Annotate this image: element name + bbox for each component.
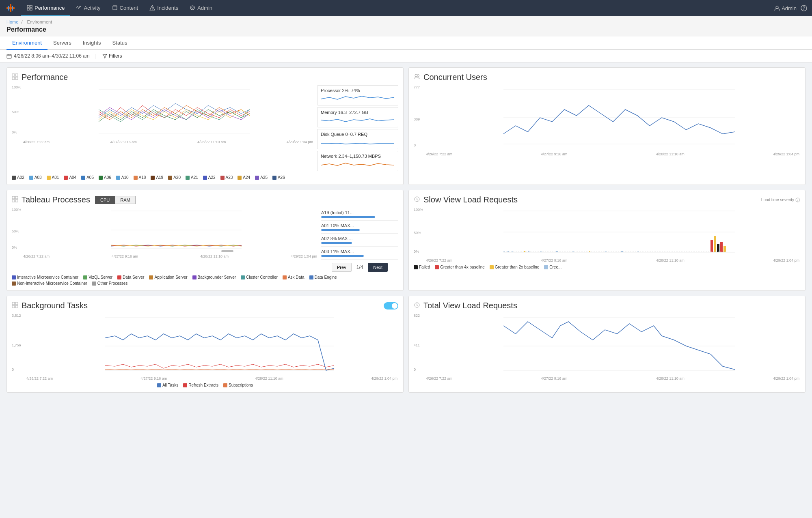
row-2: Tableau Processes CPU RAM 100% 50% 0% (6, 190, 806, 291)
page-title: Performance (0, 25, 812, 37)
performance-card-icon (12, 73, 18, 82)
total-view-chart-wrap: 822 411 0 4/26/22 7:22 am 4/27/22 9:16 a… (414, 314, 800, 380)
slow-view-legend: Failed Greater than 4x baseline Greater … (414, 265, 800, 269)
svg-rect-63 (717, 244, 719, 252)
svg-text:i: i (797, 198, 798, 202)
total-view-title: Total View Load Requests (414, 301, 800, 310)
process-item-0[interactable]: A19 (Initial) 11... (321, 208, 398, 221)
calendar-icon (6, 54, 12, 59)
performance-card-title: Performance (12, 73, 398, 82)
svg-point-13 (190, 6, 194, 10)
svg-rect-51 (512, 251, 513, 252)
svg-point-15 (776, 6, 778, 9)
processes-legend: Interactive Microservice Container VizQL… (12, 275, 398, 286)
slow-view-chart-wrap: 100% 50% 0% (414, 208, 800, 262)
nav-right: Admin ? (774, 5, 807, 11)
svg-rect-3 (12, 6, 13, 11)
bg-tasks-svg (12, 314, 398, 374)
svg-rect-6 (27, 8, 29, 10)
svg-rect-26 (15, 77, 18, 80)
metric-processor[interactable]: Processor 2%–74% (317, 85, 398, 105)
metric-network[interactable]: Network 2.34–1,150.73 MBPS (317, 151, 398, 171)
svg-rect-2 (8, 6, 9, 11)
tab-status[interactable]: Status (107, 37, 133, 50)
nav-item-performance[interactable]: Performance (21, 0, 70, 16)
svg-point-12 (152, 9, 152, 9)
performance-chart-container: 100% 50% 0% (12, 85, 398, 173)
svg-rect-68 (15, 302, 18, 305)
svg-point-14 (192, 7, 193, 9)
processes-header: Tableau Processes CPU RAM (12, 195, 398, 204)
svg-rect-59 (621, 251, 623, 252)
svg-text:?: ? (803, 6, 805, 11)
concurrent-users-card: Concurrent Users 777 389 0 4/26/22 7:22 … (408, 67, 806, 185)
svg-rect-52 (524, 251, 525, 252)
process-pagination: Prev 1/4 Next (321, 263, 398, 272)
breadcrumb: Home / Environment (0, 16, 812, 25)
concurrent-chart-wrap: 777 389 0 4/26/22 7:22 am 4/27/22 9:16 a… (414, 85, 800, 156)
page-info: 1/4 (356, 264, 363, 270)
row-1: Performance 100% 50% 0% (6, 67, 806, 185)
bg-tasks-toggle[interactable] (384, 302, 398, 310)
bg-tasks-icon (12, 301, 18, 310)
filter-icon (102, 54, 107, 58)
performance-main-chart: 100% 50% 0% (12, 85, 314, 144)
svg-rect-54 (540, 251, 542, 252)
svg-rect-56 (572, 251, 574, 252)
date-range[interactable]: 4/26/22 8:06 am–4/30/22 11:06 am (6, 53, 90, 59)
toolbar: 4/26/22 8:06 am–4/30/22 11:06 am | Filte… (0, 50, 812, 62)
slow-view-card: Slow View Load Requests Load time severi… (408, 190, 806, 291)
svg-rect-37 (12, 200, 15, 202)
slow-view-svg (414, 208, 800, 256)
help-icon[interactable]: ? (801, 5, 807, 11)
svg-rect-36 (15, 196, 18, 199)
total-view-icon (414, 301, 420, 310)
svg-rect-4 (27, 5, 29, 7)
svg-rect-35 (12, 196, 15, 199)
svg-rect-62 (714, 236, 716, 252)
svg-rect-69 (12, 305, 15, 308)
svg-rect-50 (508, 251, 509, 252)
tableau-processes-card: Tableau Processes CPU RAM 100% 50% 0% (6, 190, 404, 291)
metric-memory[interactable]: Memory 16.3–272.7 GB (317, 107, 398, 127)
filters-button[interactable]: Filters (102, 53, 122, 59)
process-item-3[interactable]: A03 11% MAX... (321, 247, 398, 260)
concurrent-svg (414, 85, 800, 150)
process-item-1[interactable]: A01 10% MAX... (321, 221, 398, 234)
breadcrumb-home[interactable]: Home (6, 19, 18, 24)
total-view-svg (414, 314, 800, 374)
info-icon: i (795, 198, 800, 202)
prev-button[interactable]: Prev (332, 263, 352, 272)
main-content: Performance 100% 50% 0% (0, 62, 812, 518)
slow-view-icon (414, 195, 420, 204)
svg-rect-61 (710, 240, 713, 252)
svg-rect-5 (30, 5, 32, 7)
svg-marker-22 (103, 54, 107, 58)
tab-insights[interactable]: Insights (77, 37, 107, 50)
nav-items: Performance Activity Content Incidents A… (21, 0, 774, 16)
tab-environment[interactable]: Environment (6, 37, 48, 50)
tab-cpu[interactable]: CPU (95, 196, 115, 204)
nav-item-content[interactable]: Content (106, 0, 144, 16)
process-list: A19 (Initial) 11... A01 10% MAX... A02 8… (321, 208, 398, 272)
admin-menu[interactable]: Admin (774, 5, 797, 11)
performance-legend: A02 A03 A01 A04 A05 A06 A10 A18 A19 A20 … (12, 175, 398, 180)
next-button[interactable]: Next (368, 263, 388, 272)
svg-rect-8 (113, 6, 117, 10)
tab-ram[interactable]: RAM (115, 196, 135, 204)
processes-chart-container: 100% 50% 0% 4/26/2 (12, 208, 398, 272)
svg-rect-38 (15, 200, 18, 202)
svg-rect-23 (12, 74, 15, 76)
nav-item-incidents[interactable]: Incidents (144, 0, 184, 16)
bg-tasks-header: Background Tasks (12, 301, 398, 310)
concurrent-icon (414, 73, 420, 82)
tab-servers[interactable]: Servers (48, 37, 77, 50)
metric-disk[interactable]: Disk Queue 0–0.7 REQ (317, 129, 398, 149)
process-item-2[interactable]: A02 8% MAX ... (321, 234, 398, 247)
nav-item-activity[interactable]: Activity (70, 0, 106, 16)
background-tasks-card: Background Tasks 3,512 1,756 0 (6, 296, 404, 393)
nav-item-admin[interactable]: Admin (184, 0, 218, 16)
svg-rect-7 (30, 8, 32, 10)
svg-rect-58 (605, 251, 607, 252)
severity-note: Load time severity i (761, 198, 800, 202)
